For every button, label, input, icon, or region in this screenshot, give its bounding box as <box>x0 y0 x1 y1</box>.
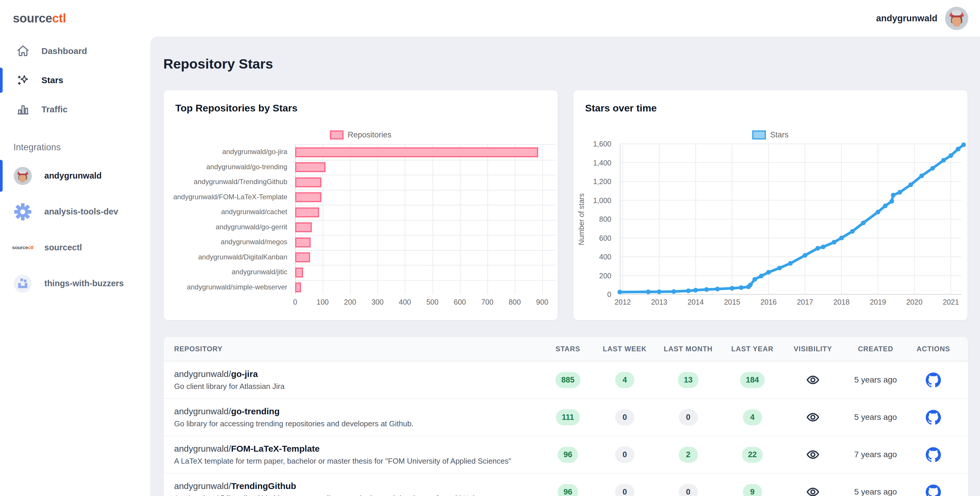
integration-item-things-with-buzzers[interactable]: things-with-buzzers <box>0 265 150 301</box>
github-icon[interactable] <box>926 484 941 496</box>
bar-category-label: andygrunwald/FOM-LaTeX-Template <box>164 189 291 204</box>
gridline <box>542 145 543 294</box>
data-point <box>788 261 793 266</box>
sourcectl-logo-icon: sourcectl <box>13 238 32 257</box>
gridline <box>515 145 515 294</box>
data-point <box>759 274 764 278</box>
bar-category-label: andygrunwald/DigitalKanban <box>164 249 291 265</box>
x-tick-label: 600 <box>454 298 466 306</box>
bar-plot-area[interactable] <box>295 144 556 294</box>
x-tick-label: 400 <box>399 298 411 306</box>
sidebar: Dashboard Stars Traffic Integrations and… <box>0 37 150 496</box>
line-chart-legend: Stars <box>573 131 967 139</box>
x-tick-label: 2018 <box>833 298 850 306</box>
count-badge: 9 <box>743 484 762 496</box>
created-cell: 5 years ago <box>842 487 909 496</box>
bar-category-label: andygrunwald/jitic <box>164 264 291 279</box>
github-icon[interactable] <box>926 447 941 462</box>
github-icon[interactable] <box>926 410 941 425</box>
table-row: andygrunwald/TrendingGithub A twitter bo… <box>164 474 968 496</box>
x-tick-label: 300 <box>371 298 383 306</box>
gridline <box>377 145 378 294</box>
gridline <box>295 235 556 236</box>
legend-item-stars[interactable]: Stars <box>752 131 788 139</box>
github-icon[interactable] <box>926 372 941 388</box>
bar-go-trending[interactable] <box>295 162 326 172</box>
x-tick-label: 2013 <box>651 298 667 306</box>
line-plot-area[interactable] <box>620 144 961 294</box>
repository-name: andygrunwald/go-jira <box>174 369 542 379</box>
column-header-last-month: LAST MONTH <box>655 345 721 353</box>
bar-x-axis-ticks: 0100200300400500600700800900 <box>295 298 556 309</box>
bar-jitic[interactable] <box>295 268 303 278</box>
bar-go-gerrit[interactable] <box>295 222 312 232</box>
y-tick-label: 800 <box>573 215 616 223</box>
count-badge: 111 <box>556 409 580 426</box>
data-point <box>861 220 865 225</box>
integration-item-sourcectl[interactable]: sourcectl sourcectl <box>0 230 150 265</box>
data-point <box>956 147 961 152</box>
integration-label: things-with-buzzers <box>45 279 124 288</box>
count-badge: 22 <box>742 447 762 463</box>
gridline <box>295 160 556 161</box>
repository-cell: andygrunwald/go-jira Go client library f… <box>174 369 542 391</box>
bar-DigitalKanban[interactable] <box>295 252 310 262</box>
x-tick-label: 100 <box>317 298 329 306</box>
user-menu[interactable]: andygrunwald <box>876 7 968 30</box>
sidebar-item-dashboard[interactable]: Dashboard <box>0 37 150 65</box>
sidebar-item-traffic[interactable]: Traffic <box>0 95 150 124</box>
bar-go-jira[interactable] <box>295 147 538 157</box>
bar-simple-webserver[interactable] <box>295 282 301 292</box>
stars-cell: 96 <box>542 447 594 463</box>
created-cell: 5 years ago <box>842 413 909 422</box>
table-row: andygrunwald/go-jira Go client library f… <box>164 362 968 399</box>
column-header-stars: STARS <box>542 345 594 353</box>
bar-FOM-LaTeX-Template[interactable] <box>295 192 321 202</box>
integration-item-andygrunwald[interactable]: andygrunwald <box>0 158 150 194</box>
line-x-axis-ticks: 2012201320142015201620172018201920202021 <box>620 298 961 309</box>
buzzer-pixel-icon <box>13 274 32 293</box>
table-row: andygrunwald/go-trending Go library for … <box>164 399 968 436</box>
legend-label: Stars <box>770 131 788 139</box>
last-year-cell: 22 <box>721 447 784 463</box>
data-point <box>891 193 896 198</box>
data-point <box>920 174 924 178</box>
gridline <box>460 145 461 294</box>
integration-item-analysis-tools-dev[interactable]: analysis-tools-dev <box>0 194 150 230</box>
data-point <box>816 246 820 250</box>
brand-logo[interactable]: sourcectl <box>13 11 66 26</box>
brand-text-primary: source <box>13 11 52 25</box>
data-point <box>832 240 837 244</box>
visibility-cell <box>784 448 842 461</box>
repositories-table: REPOSITORY STARS LAST WEEK LAST MONTH LA… <box>163 337 968 496</box>
data-point <box>686 289 690 293</box>
bar-cachet[interactable] <box>295 207 319 217</box>
table-header-row: REPOSITORY STARS LAST WEEK LAST MONTH LA… <box>164 337 968 362</box>
integrations-heading: Integrations <box>13 142 150 153</box>
sidebar-item-stars[interactable]: Stars <box>0 65 150 95</box>
last-year-cell: 9 <box>721 484 784 496</box>
data-point <box>617 290 622 294</box>
y-tick-label: 1,600 <box>573 140 616 148</box>
x-tick-label: 0 <box>293 298 297 306</box>
bar-category-label: andygrunwald/go-trending <box>164 159 291 174</box>
eye-icon <box>806 373 819 387</box>
data-point <box>821 244 826 249</box>
legend-item-repositories[interactable]: Repositories <box>330 131 391 139</box>
bar-megos[interactable] <box>295 238 310 247</box>
y-tick-label: 400 <box>573 253 616 261</box>
bar-TrendingGithub[interactable] <box>295 177 321 187</box>
home-icon <box>16 45 30 58</box>
integration-label: sourcectl <box>45 243 82 252</box>
x-tick-label: 700 <box>481 298 493 306</box>
y-tick-label: 600 <box>573 234 616 242</box>
bar-category-label: andygrunwald/cachet <box>164 204 291 219</box>
x-tick-label: 2019 <box>870 298 886 306</box>
line-chart-card: Stars over time Stars Number of stars 02… <box>573 90 968 321</box>
data-point <box>739 285 743 290</box>
column-header-last-week: LAST WEEK <box>594 345 655 353</box>
data-point <box>883 204 888 208</box>
actions-cell <box>909 410 958 425</box>
count-badge: 4 <box>743 409 762 426</box>
y-tick-label: 1,200 <box>573 177 616 186</box>
